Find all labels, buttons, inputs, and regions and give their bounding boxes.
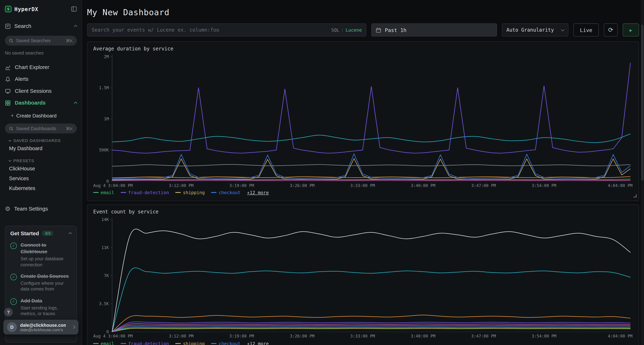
collapse-sidebar-icon[interactable] xyxy=(71,6,77,12)
sidebar-item-dashboards[interactable]: Dashboards xyxy=(0,97,82,109)
dashboards-grid-icon xyxy=(5,100,11,106)
saved-dashboards-header[interactable]: SAVED DASHBOARDS xyxy=(0,133,82,144)
chart-panel-event-count: Event count by service 03.5K7K11K14KAug … xyxy=(87,205,639,345)
svg-text:Aug 4 3:04:00 PM: Aug 4 3:04:00 PM xyxy=(93,334,133,339)
sidebar: HyperDX Search Saved Searches ⌘K xyxy=(0,0,82,345)
sidebar-item-alerts[interactable]: Alerts xyxy=(0,73,82,85)
saved-searches-placeholder: Saved Searches xyxy=(16,38,51,43)
legend-swatch xyxy=(176,343,181,344)
nav-label: Chart Explorer xyxy=(15,64,49,70)
chart-legend: emailfraud-detectionshippingcheckout+12 … xyxy=(93,340,633,345)
event-count-chart[interactable]: 03.5K7K11K14KAug 4 3:04:00 PM3:12:00 PM3… xyxy=(93,217,633,340)
run-query-button[interactable]: ▶ xyxy=(623,23,639,36)
legend-more-link[interactable]: +12 more xyxy=(247,341,269,345)
shortcut-badge: ⌘K xyxy=(66,126,73,131)
svg-text:3:19:00 PM: 3:19:00 PM xyxy=(229,183,254,188)
saved-searches-input[interactable]: Saved Searches ⌘K xyxy=(5,36,77,45)
legend-item-shipping[interactable]: shipping xyxy=(176,190,205,195)
get-started-title: Get Started xyxy=(10,230,39,236)
scrollbar-track[interactable] xyxy=(641,0,644,345)
svg-text:3:26:00 PM: 3:26:00 PM xyxy=(290,334,314,339)
legend-swatch xyxy=(176,192,181,193)
checklist-item-add-data[interactable]: ✓ Add Data Start sending logs, metrics, … xyxy=(10,298,72,317)
legend-item-email[interactable]: email xyxy=(93,190,114,195)
sidebar-item-client-sessions[interactable]: Client Sessions xyxy=(0,85,82,97)
sidebar-item-services[interactable]: Services xyxy=(0,174,82,183)
event-search-input[interactable] xyxy=(92,27,329,33)
scrollbar-thumb[interactable] xyxy=(641,25,644,181)
monitor-icon xyxy=(5,88,11,94)
time-range-picker[interactable]: Past 1h xyxy=(371,23,497,36)
legend-item-fraud-detection[interactable]: fraud-detection xyxy=(121,341,169,345)
legend-swatch xyxy=(121,343,126,344)
svg-text:500K: 500K xyxy=(99,148,109,152)
help-button[interactable]: ? xyxy=(4,308,13,317)
chevron-up-icon[interactable] xyxy=(74,102,77,105)
nav-label: Alerts xyxy=(15,76,28,82)
user-email: dale@clickhouse.com xyxy=(20,322,66,327)
check-circle-icon: ✓ xyxy=(10,243,17,249)
presets-header[interactable]: PRESETS xyxy=(0,154,82,164)
time-range-value: Past 1h xyxy=(385,27,406,33)
checklist-item-connect[interactable]: ✓ Connect to ClickHouse Set up your data… xyxy=(10,242,72,268)
page-title: My New Dashboard xyxy=(87,7,639,17)
sidebar-item-kubernetes[interactable]: Kubernetes xyxy=(0,183,82,193)
svg-text:3:33:00 PM: 3:33:00 PM xyxy=(350,334,375,339)
user-org: dale@clickhouse.com's xyxy=(20,327,66,332)
checklist-item-sources[interactable]: ✓ Create Data Sources Configure where yo… xyxy=(10,273,72,292)
legend-item-checkout[interactable]: checkout xyxy=(211,341,240,345)
language-toggle-lucene[interactable]: Lucene xyxy=(346,27,362,33)
chevron-up-icon[interactable] xyxy=(68,232,72,236)
chevron-down-icon xyxy=(561,28,564,31)
sidebar-item-clickhouse[interactable]: ClickHouse xyxy=(0,164,82,174)
chart-legend: emailfraud-detectionshippingcheckout+12 … xyxy=(93,189,633,196)
app-root: HyperDX Search Saved Searches ⌘K xyxy=(0,0,644,345)
svg-text:3:47:00 PM: 3:47:00 PM xyxy=(471,334,496,339)
svg-text:2M: 2M xyxy=(104,54,109,59)
svg-text:4:04:00 PM: 4:04:00 PM xyxy=(608,334,632,339)
chart-title: Event count by service xyxy=(93,209,633,217)
refresh-button[interactable]: ⟳ xyxy=(604,23,618,36)
series-blue xyxy=(112,327,630,332)
avatar: D xyxy=(7,322,17,332)
live-button[interactable]: Live xyxy=(573,23,599,36)
chevron-up-icon[interactable] xyxy=(74,25,77,28)
avg-duration-chart[interactable]: 0500K1M1.5M2MAug 4 3:04:00 PM3:12:00 PM3… xyxy=(93,53,633,188)
sidebar-item-chart-explorer[interactable]: Chart Explorer xyxy=(0,61,82,73)
svg-text:4:04:00 PM: 4:04:00 PM xyxy=(608,183,632,188)
sidebar-item-search[interactable]: Search xyxy=(0,16,82,32)
bell-icon xyxy=(5,76,11,82)
svg-text:3:54:00 PM: 3:54:00 PM xyxy=(532,183,556,188)
search-icon xyxy=(9,38,14,43)
svg-text:7K: 7K xyxy=(104,274,109,278)
toolbar: SQL | Lucene Past 1h Auto Granularity Li… xyxy=(87,23,639,36)
legend-item-fraud-detection[interactable]: fraud-detection xyxy=(121,190,169,195)
svg-text:3:12:00 PM: 3:12:00 PM xyxy=(169,334,194,339)
granularity-select[interactable]: Auto Granularity xyxy=(502,23,568,36)
svg-text:Aug 4 3:04:00 PM: Aug 4 3:04:00 PM xyxy=(93,183,133,188)
chevron-right-icon xyxy=(72,325,75,329)
sidebar-item-my-dashboard[interactable]: My Dashboard xyxy=(0,144,82,154)
gear-icon: ⚙ xyxy=(5,206,10,212)
language-toggle-sql[interactable]: SQL xyxy=(331,27,340,33)
get-started-progress-badge: 3/3 xyxy=(42,231,53,236)
legend-more-link[interactable]: +12 more xyxy=(247,190,269,195)
checklist-title: Connect to ClickHouse xyxy=(20,242,72,255)
saved-dashboards-input[interactable]: Saved Dashboards ⌘K xyxy=(5,123,77,133)
legend-item-email[interactable]: email xyxy=(93,341,114,345)
create-dashboard-button[interactable]: + Create Dashboard xyxy=(0,109,82,120)
series-shipping xyxy=(112,158,630,180)
svg-text:3:12:00 PM: 3:12:00 PM xyxy=(169,183,194,188)
svg-text:11K: 11K xyxy=(102,245,109,250)
resize-handle-icon[interactable] xyxy=(633,192,637,199)
chart-panel-avg-duration: Average duration by service 0500K1M1.5M2… xyxy=(87,41,639,201)
legend-item-shipping[interactable]: shipping xyxy=(176,341,205,345)
legend-item-checkout[interactable]: checkout xyxy=(211,190,240,195)
user-menu[interactable]: D dale@clickhouse.com dale@clickhouse.co… xyxy=(3,320,78,335)
series-checkout xyxy=(112,154,630,179)
series-fraud-detection xyxy=(112,63,630,153)
series-green xyxy=(112,328,630,332)
checklist-title: Add Data xyxy=(20,298,72,304)
sidebar-item-team-settings[interactable]: ⚙ Team Settings xyxy=(0,202,82,215)
brand-name: HyperDX xyxy=(14,6,38,12)
